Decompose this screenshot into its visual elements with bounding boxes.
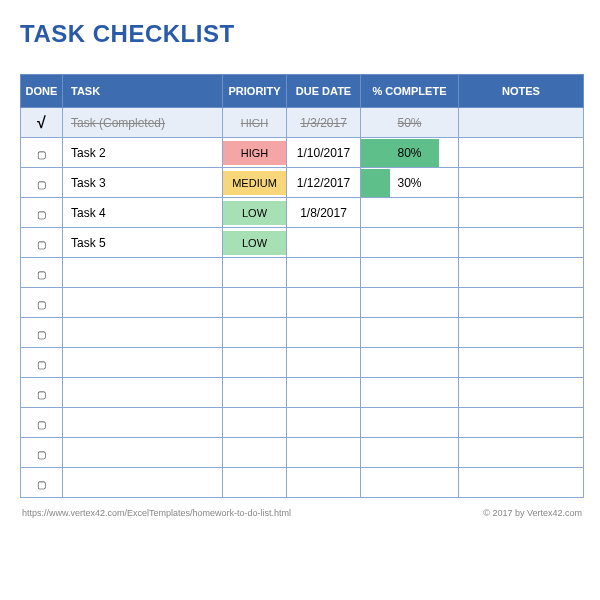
- priority-chip: HIGH: [223, 141, 286, 165]
- task-cell[interactable]: [63, 348, 223, 378]
- priority-cell[interactable]: [223, 468, 287, 498]
- percent-complete-cell[interactable]: 30%: [361, 168, 459, 198]
- percent-complete-cell[interactable]: [361, 288, 459, 318]
- notes-cell[interactable]: [459, 258, 584, 288]
- done-cell[interactable]: ▢: [21, 348, 63, 378]
- task-cell[interactable]: Task 3: [63, 168, 223, 198]
- percent-complete-cell[interactable]: [361, 258, 459, 288]
- done-cell[interactable]: ▢: [21, 408, 63, 438]
- due-date-cell[interactable]: 1/12/2017: [287, 168, 361, 198]
- notes-cell[interactable]: [459, 378, 584, 408]
- priority-cell[interactable]: [223, 438, 287, 468]
- table-row: ▢Task 4LOW1/8/2017: [21, 198, 584, 228]
- notes-cell[interactable]: [459, 108, 584, 138]
- due-date-cell[interactable]: [287, 288, 361, 318]
- priority-cell[interactable]: [223, 318, 287, 348]
- task-cell[interactable]: [63, 468, 223, 498]
- priority-cell[interactable]: [223, 408, 287, 438]
- done-cell[interactable]: √: [21, 108, 63, 138]
- due-date-cell[interactable]: 1/3/2017: [287, 108, 361, 138]
- due-date-cell[interactable]: [287, 258, 361, 288]
- task-cell[interactable]: Task 2: [63, 138, 223, 168]
- done-cell[interactable]: ▢: [21, 318, 63, 348]
- col-priority: PRIORITY: [223, 75, 287, 108]
- checkbox-icon: ▢: [37, 479, 46, 490]
- col-due: DUE DATE: [287, 75, 361, 108]
- due-date-cell[interactable]: [287, 408, 361, 438]
- table-row: ▢: [21, 438, 584, 468]
- task-cell[interactable]: Task (Completed): [63, 108, 223, 138]
- percent-complete-cell[interactable]: [361, 468, 459, 498]
- done-cell[interactable]: ▢: [21, 378, 63, 408]
- checkbox-icon: ▢: [37, 149, 46, 160]
- percent-complete-cell[interactable]: 80%: [361, 138, 459, 168]
- due-date-cell[interactable]: 1/10/2017: [287, 138, 361, 168]
- due-date-cell[interactable]: [287, 318, 361, 348]
- priority-chip: LOW: [223, 201, 286, 225]
- notes-cell[interactable]: [459, 288, 584, 318]
- due-date-cell[interactable]: [287, 468, 361, 498]
- percent-complete-cell[interactable]: [361, 378, 459, 408]
- done-cell[interactable]: ▢: [21, 228, 63, 258]
- footer-url: https://www.vertex42.com/ExcelTemplates/…: [22, 508, 291, 518]
- percent-bar-wrap: [361, 439, 458, 467]
- notes-cell[interactable]: [459, 228, 584, 258]
- notes-cell[interactable]: [459, 168, 584, 198]
- task-cell[interactable]: Task 4: [63, 198, 223, 228]
- percent-complete-cell[interactable]: 50%: [361, 108, 459, 138]
- notes-cell[interactable]: [459, 468, 584, 498]
- table-row: ▢: [21, 258, 584, 288]
- percent-bar-wrap: [361, 379, 458, 407]
- priority-cell[interactable]: MEDIUM: [223, 168, 287, 198]
- percent-complete-cell[interactable]: [361, 348, 459, 378]
- task-cell[interactable]: [63, 258, 223, 288]
- done-cell[interactable]: ▢: [21, 468, 63, 498]
- done-cell[interactable]: ▢: [21, 438, 63, 468]
- task-cell[interactable]: [63, 318, 223, 348]
- notes-cell[interactable]: [459, 348, 584, 378]
- percent-text: 50%: [397, 116, 421, 130]
- done-cell[interactable]: ▢: [21, 198, 63, 228]
- priority-cell[interactable]: [223, 288, 287, 318]
- done-cell[interactable]: ▢: [21, 258, 63, 288]
- priority-cell[interactable]: [223, 378, 287, 408]
- task-cell[interactable]: [63, 438, 223, 468]
- percent-bar: [361, 169, 390, 197]
- percent-bar-wrap: [361, 229, 458, 257]
- checkbox-icon: ▢: [37, 239, 46, 250]
- notes-cell[interactable]: [459, 318, 584, 348]
- priority-cell[interactable]: HIGH: [223, 108, 287, 138]
- notes-cell[interactable]: [459, 138, 584, 168]
- percent-complete-cell[interactable]: [361, 438, 459, 468]
- due-date-cell[interactable]: [287, 438, 361, 468]
- page: TASK CHECKLIST DONE TASK PRIORITY DUE DA…: [0, 0, 600, 526]
- notes-cell[interactable]: [459, 408, 584, 438]
- priority-cell[interactable]: LOW: [223, 228, 287, 258]
- done-cell[interactable]: ▢: [21, 168, 63, 198]
- task-cell[interactable]: Task 5: [63, 228, 223, 258]
- due-date-cell[interactable]: 1/8/2017: [287, 198, 361, 228]
- table-row: ▢: [21, 348, 584, 378]
- percent-bar-wrap: [361, 199, 458, 227]
- due-date-cell[interactable]: [287, 228, 361, 258]
- notes-cell[interactable]: [459, 198, 584, 228]
- due-date-cell[interactable]: [287, 378, 361, 408]
- task-cell[interactable]: [63, 408, 223, 438]
- done-cell[interactable]: ▢: [21, 288, 63, 318]
- checkbox-icon: ▢: [37, 419, 46, 430]
- percent-complete-cell[interactable]: [361, 198, 459, 228]
- due-date-cell[interactable]: [287, 348, 361, 378]
- task-cell[interactable]: [63, 378, 223, 408]
- priority-cell[interactable]: LOW: [223, 198, 287, 228]
- done-cell[interactable]: ▢: [21, 138, 63, 168]
- table-header-row: DONE TASK PRIORITY DUE DATE % COMPLETE N…: [21, 75, 584, 108]
- priority-cell[interactable]: [223, 258, 287, 288]
- task-cell[interactable]: [63, 288, 223, 318]
- percent-complete-cell[interactable]: [361, 228, 459, 258]
- priority-cell[interactable]: HIGH: [223, 138, 287, 168]
- notes-cell[interactable]: [459, 438, 584, 468]
- percent-complete-cell[interactable]: [361, 408, 459, 438]
- priority-cell[interactable]: [223, 348, 287, 378]
- percent-complete-cell[interactable]: [361, 318, 459, 348]
- priority-chip: MEDIUM: [223, 171, 286, 195]
